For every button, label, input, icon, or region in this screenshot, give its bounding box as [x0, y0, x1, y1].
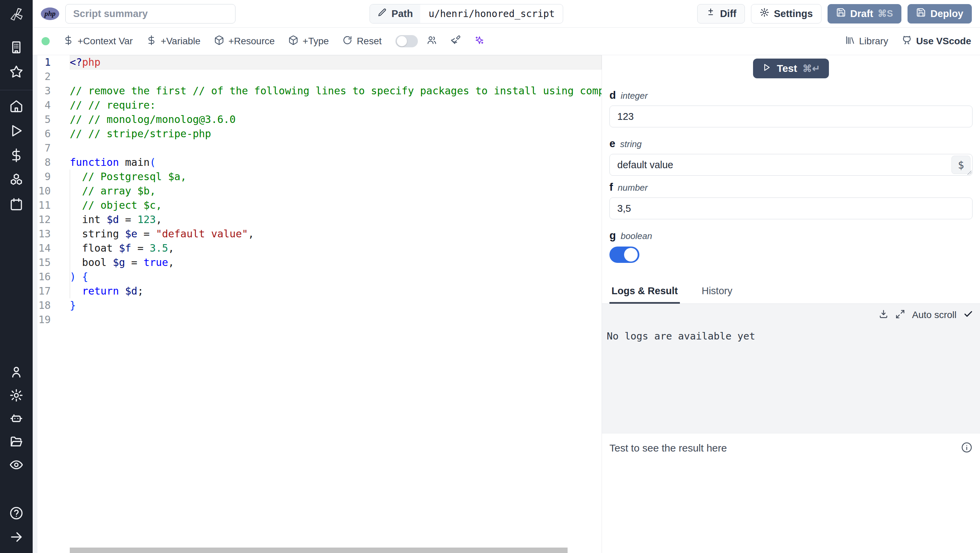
audit-eye-icon[interactable]	[8, 457, 24, 473]
reset-button[interactable]: Reset	[342, 35, 382, 48]
settings-label: Settings	[774, 8, 813, 19]
vscode-cat-icon	[902, 35, 912, 48]
add-variable-button[interactable]: +Variable	[146, 35, 200, 48]
code-line-11[interactable]: 11 // object $c,	[33, 198, 601, 212]
settings-gear-icon[interactable]	[8, 387, 24, 403]
use-vscode-button[interactable]: Use VScode	[902, 35, 971, 48]
field-f-input[interactable]	[609, 198, 972, 219]
line-number: 10	[37, 184, 70, 198]
horizontal-scrollbar[interactable]	[70, 548, 568, 553]
indent-guide	[70, 170, 70, 298]
deploy-button[interactable]: Deploy	[907, 4, 972, 24]
info-icon[interactable]	[961, 441, 972, 454]
home-icon[interactable]	[8, 99, 24, 114]
ai-sparkles-button[interactable]	[474, 35, 485, 48]
code-lines[interactable]: 1<?php23// remove the first // of the fo…	[33, 55, 601, 548]
tab-history[interactable]: History	[700, 283, 734, 303]
line-number: 15	[37, 255, 70, 270]
line-number: 7	[37, 141, 70, 155]
resize-handle[interactable]	[966, 170, 972, 175]
diff-icon	[706, 8, 716, 20]
add-type-button[interactable]: +Type	[288, 35, 329, 48]
star-icon[interactable]	[8, 64, 24, 80]
pencil-icon	[377, 8, 387, 20]
code-line-12[interactable]: 12 int $d = 123,	[33, 212, 601, 227]
resources-boxes-icon[interactable]	[8, 172, 24, 188]
code-line-4[interactable]: 4// // require:	[33, 98, 601, 112]
folders-icon[interactable]	[8, 434, 24, 449]
code-line-13[interactable]: 13 string $e = "default value",	[33, 227, 601, 241]
library-icon	[845, 35, 855, 48]
line-number: 4	[37, 98, 70, 112]
code-line-6[interactable]: 6// // stripe/stripe-php	[33, 127, 601, 141]
workers-robot-icon[interactable]	[8, 411, 24, 426]
test-label: Test	[777, 63, 797, 74]
code-line-18[interactable]: 18}	[33, 298, 601, 312]
building-icon[interactable]	[8, 40, 24, 55]
test-button[interactable]: Test ⌘↵	[753, 59, 829, 78]
runs-play-icon[interactable]	[8, 123, 24, 139]
code-line-16[interactable]: 16) {	[33, 270, 601, 284]
code-line-17[interactable]: 17 return $d;	[33, 284, 601, 298]
code-line-9[interactable]: 9 // Postgresql $a,	[33, 170, 601, 184]
path-value: u/henri/honored_script	[420, 5, 563, 23]
add-variable-label: +Variable	[161, 36, 200, 47]
expand-logs-icon[interactable]	[895, 309, 905, 320]
code-line-5[interactable]: 5// // monolog/monolog@3.6.0	[33, 112, 601, 127]
multiplayer-button[interactable]	[427, 35, 437, 48]
code-line-15[interactable]: 15 bool $g = true,	[33, 255, 601, 270]
code-line-7[interactable]: 7	[33, 141, 601, 155]
reset-label: Reset	[356, 36, 382, 47]
check-icon[interactable]	[963, 309, 973, 320]
field-d-name: d	[609, 89, 616, 102]
windmill-logo-icon[interactable]	[8, 5, 25, 23]
library-button[interactable]: Library	[845, 35, 888, 48]
diff-button[interactable]: Diff	[697, 4, 745, 24]
draft-button[interactable]: Draft ⌘S	[827, 4, 902, 24]
help-circle-icon[interactable]	[8, 505, 24, 521]
result-hint: Test to see the result here	[609, 442, 727, 454]
field-g-toggle[interactable]	[609, 247, 640, 263]
line-number: 17	[37, 284, 70, 298]
draft-shortcut: ⌘S	[878, 8, 893, 19]
library-label: Library	[859, 36, 888, 47]
path-label: Path	[392, 8, 413, 19]
field-e-type: string	[620, 139, 642, 150]
collapse-arrow-right-icon[interactable]	[8, 529, 24, 545]
tab-logs-result[interactable]: Logs & Result	[609, 283, 680, 304]
assistant-toggle[interactable]	[395, 35, 418, 47]
code-line-1[interactable]: 1<?php	[33, 55, 601, 70]
settings-button[interactable]: Settings	[751, 4, 821, 24]
code-editor[interactable]: 1<?php23// remove the first // of the fo…	[33, 55, 601, 553]
code-line-10[interactable]: 10 // array $b,	[33, 184, 601, 198]
code-line-2[interactable]: 2	[33, 70, 601, 84]
topbar: php Path u/henri/honored_script Diff	[33, 0, 980, 27]
line-number: 8	[37, 155, 70, 170]
download-logs-icon[interactable]	[878, 309, 888, 320]
code-line-3[interactable]: 3// remove the first // of the following…	[33, 84, 601, 98]
save-icon	[916, 8, 926, 20]
no-logs-message: No logs are available yet	[602, 320, 980, 343]
add-resource-button[interactable]: +Resource	[214, 35, 275, 48]
sidebar	[0, 0, 33, 553]
auto-scroll-label[interactable]: Auto scroll	[912, 309, 956, 320]
script-summary-input[interactable]	[65, 4, 235, 24]
code-line-8[interactable]: 8function main(	[33, 155, 601, 170]
format-button[interactable]	[450, 35, 461, 48]
code-line-19[interactable]: 19	[33, 312, 601, 327]
line-number: 1	[37, 55, 70, 70]
code-line-14[interactable]: 14 float $f = 3.5,	[33, 241, 601, 255]
add-context-var-button[interactable]: +Context Var	[63, 35, 133, 48]
reset-icon	[342, 35, 353, 48]
line-number: 19	[37, 312, 70, 327]
schedules-calendar-icon[interactable]	[8, 196, 24, 212]
user-icon[interactable]	[8, 364, 24, 380]
path-editor[interactable]: Path u/henri/honored_script	[369, 4, 563, 24]
line-number: 14	[37, 241, 70, 255]
field-d-input[interactable]	[609, 105, 972, 127]
field-e-input[interactable]	[609, 154, 972, 176]
preview-panel: Test ⌘↵ d integer e string	[601, 55, 980, 553]
logs-area: Auto scroll No logs are available yet	[602, 304, 980, 433]
variables-dollar-icon[interactable]	[8, 147, 24, 163]
php-language-badge: php	[41, 8, 59, 20]
